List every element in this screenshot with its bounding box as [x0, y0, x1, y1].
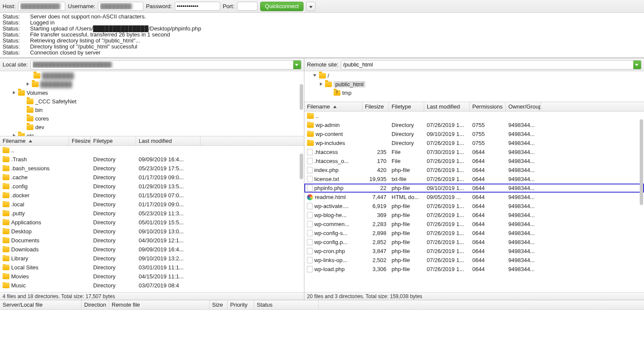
col-lastmod[interactable]: Last modified: [424, 102, 470, 111]
disclosure-triangle-icon[interactable]: [13, 91, 15, 94]
username-input[interactable]: [98, 2, 143, 11]
queue-header[interactable]: Server/Local file Direction Remote file …: [0, 300, 644, 310]
local-tree[interactable]: ████████████████Volumes_CCC SafetyNetbin…: [0, 71, 304, 136]
disclosure-triangle-icon[interactable]: [313, 74, 316, 77]
tree-item[interactable]: etc: [0, 131, 304, 136]
list-row[interactable]: MusicDirectory03/07/2019 08:4: [0, 281, 304, 290]
local-path-input[interactable]: [31, 60, 293, 69]
col-direction[interactable]: Direction: [82, 300, 109, 309]
password-input[interactable]: [175, 2, 220, 11]
local-path-combo[interactable]: [30, 60, 301, 69]
tree-item[interactable]: /: [304, 71, 644, 80]
disclosure-triangle-icon[interactable]: [20, 125, 24, 129]
quickconnect-button[interactable]: Quickconnect: [260, 2, 304, 11]
cell-filetype: Directory: [91, 219, 136, 226]
list-row[interactable]: ..: [304, 112, 644, 121]
list-row[interactable]: readme.html7,447HTML do...09/05/2019 ...…: [304, 193, 644, 202]
list-row[interactable]: wp-activate....6,919php-file07/26/2019 1…: [304, 202, 644, 211]
transfer-queue[interactable]: Server/Local file Direction Remote file …: [0, 300, 644, 344]
disclosure-triangle-icon[interactable]: [20, 108, 24, 112]
col-filesize[interactable]: Filesize: [362, 102, 389, 111]
disclosure-triangle-icon[interactable]: [320, 82, 322, 86]
tree-item[interactable]: cores: [0, 114, 304, 123]
list-row[interactable]: DesktopDirectory09/10/2019 13:0...: [0, 227, 304, 236]
list-row[interactable]: .TrashDirectory09/09/2019 16:4...: [0, 155, 304, 164]
remote-path-combo[interactable]: [341, 60, 641, 69]
col-remote-file[interactable]: Remote file: [109, 300, 210, 309]
cell-filetype: Directory: [389, 122, 424, 128]
file-icon: [307, 230, 313, 236]
list-row[interactable]: MoviesDirectory04/15/2019 11:1...: [0, 272, 304, 281]
col-lastmod[interactable]: Last modified: [136, 136, 200, 145]
list-row[interactable]: wp-commen...2,283php-file07/26/2019 1...…: [304, 220, 644, 229]
col-permissions[interactable]: Permissions: [470, 102, 506, 111]
chevron-down-icon[interactable]: [633, 60, 641, 69]
tree-item[interactable]: _CCC SafetyNet: [0, 97, 304, 106]
list-row[interactable]: Local SitesDirectory03/01/2019 11:1...: [0, 263, 304, 272]
cell-filename: wp-activate....: [304, 203, 362, 209]
col-status[interactable]: Status: [254, 300, 319, 309]
col-filetype[interactable]: Filetype: [91, 136, 136, 145]
list-row[interactable]: wp-links-op...2,502php-file07/26/2019 1.…: [304, 256, 644, 265]
tree-item[interactable]: ████████: [0, 71, 304, 80]
list-row[interactable]: wp-adminDirectory07/26/2019 1...07559498…: [304, 121, 644, 130]
tree-item[interactable]: Volumes: [0, 88, 304, 97]
remote-file-list[interactable]: Filename Filesize Filetype Last modified…: [304, 102, 644, 292]
list-row[interactable]: index.php420php-file07/26/2019 1...06449…: [304, 166, 644, 175]
list-row[interactable]: ..: [0, 146, 304, 155]
scrollbar[interactable]: [300, 154, 303, 179]
quickconnect-history-dropdown[interactable]: [306, 2, 316, 11]
port-input[interactable]: [237, 2, 258, 11]
list-row[interactable]: .htaccess_o...170File07/26/2019 1...0644…: [304, 157, 644, 166]
cell-filename: Music: [0, 282, 69, 289]
col-size[interactable]: Size: [210, 300, 228, 309]
disclosure-triangle-icon[interactable]: [20, 116, 24, 121]
col-filename[interactable]: Filename: [0, 136, 69, 145]
list-row[interactable]: .configDirectory01/29/2019 13:5...: [0, 182, 304, 191]
tree-item[interactable]: ████████: [0, 80, 304, 88]
host-input[interactable]: [18, 2, 65, 11]
list-row[interactable]: .localDirectory01/17/2019 09:0...: [0, 200, 304, 209]
remote-list-header[interactable]: Filename Filesize Filetype Last modified…: [304, 102, 644, 112]
tree-item[interactable]: tmp: [304, 88, 644, 97]
col-owner[interactable]: Owner/Group: [506, 102, 541, 111]
remote-path-input[interactable]: [341, 60, 633, 69]
list-row[interactable]: .bash_sessionsDirectory05/23/2019 17:5..…: [0, 164, 304, 173]
disclosure-triangle-icon[interactable]: [27, 82, 29, 86]
tree-item[interactable]: bin: [0, 106, 304, 114]
list-row[interactable]: ApplicationsDirectory05/01/2019 15:5...: [0, 218, 304, 227]
list-row[interactable]: DownloadsDirectory09/09/2019 16:4...: [0, 245, 304, 254]
list-row[interactable]: .dockerDirectory01/15/2019 07:0...: [0, 191, 304, 200]
disclosure-triangle-icon[interactable]: [27, 73, 31, 78]
list-row[interactable]: phpinfo.php22php-file09/10/2019 1...0644…: [304, 184, 644, 193]
status-log[interactable]: Status:Server does not support non-ASCII…: [0, 13, 644, 58]
list-row[interactable]: DocumentsDirectory04/30/2019 12:1...: [0, 236, 304, 245]
list-row[interactable]: .htaccess235File07/30/2019 1...064494983…: [304, 148, 644, 157]
col-filetype[interactable]: Filetype: [389, 102, 424, 111]
list-row[interactable]: wp-load.php3,306php-file07/26/2019 1...0…: [304, 265, 644, 274]
chevron-down-icon[interactable]: [293, 60, 301, 69]
col-server-local[interactable]: Server/Local file: [0, 300, 82, 309]
list-row[interactable]: wp-blog-he...369php-file07/26/2019 1...0…: [304, 211, 644, 220]
list-row[interactable]: wp-cron.php3,847php-file07/26/2019 1...0…: [304, 247, 644, 256]
scrollbar[interactable]: [640, 119, 643, 205]
list-row[interactable]: .cacheDirectory01/17/2019 09:0...: [0, 173, 304, 182]
list-row[interactable]: wp-config-s...2,898php-file07/26/2019 1.…: [304, 229, 644, 238]
tree-item[interactable]: dev: [0, 123, 304, 131]
list-row[interactable]: wp-config.p...2,852php-file07/26/2019 1.…: [304, 238, 644, 247]
disclosure-triangle-icon[interactable]: [20, 99, 24, 103]
list-row[interactable]: .puttyDirectory05/23/2019 11:3...: [0, 209, 304, 218]
list-row[interactable]: wp-includesDirectory07/26/2019 1...07559…: [304, 139, 644, 148]
tree-item[interactable]: public_html: [304, 80, 644, 88]
local-list-header[interactable]: Filename Filesize Filetype Last modified: [0, 136, 304, 146]
col-filesize[interactable]: Filesize: [69, 136, 91, 145]
col-priority[interactable]: Priority: [228, 300, 254, 309]
list-row[interactable]: wp-contentDirectory09/10/2019 1...075594…: [304, 130, 644, 139]
col-filename[interactable]: Filename: [304, 102, 362, 111]
scrollbar[interactable]: [300, 84, 303, 110]
local-file-list[interactable]: Filename Filesize Filetype Last modified…: [0, 136, 304, 292]
list-row[interactable]: license.txt19,935txt-file07/26/2019 1...…: [304, 175, 644, 184]
remote-tree[interactable]: /public_htmltmp: [304, 71, 644, 102]
list-row[interactable]: LibraryDirectory09/10/2019 13:2...: [0, 254, 304, 263]
disclosure-triangle-icon[interactable]: [327, 91, 331, 95]
